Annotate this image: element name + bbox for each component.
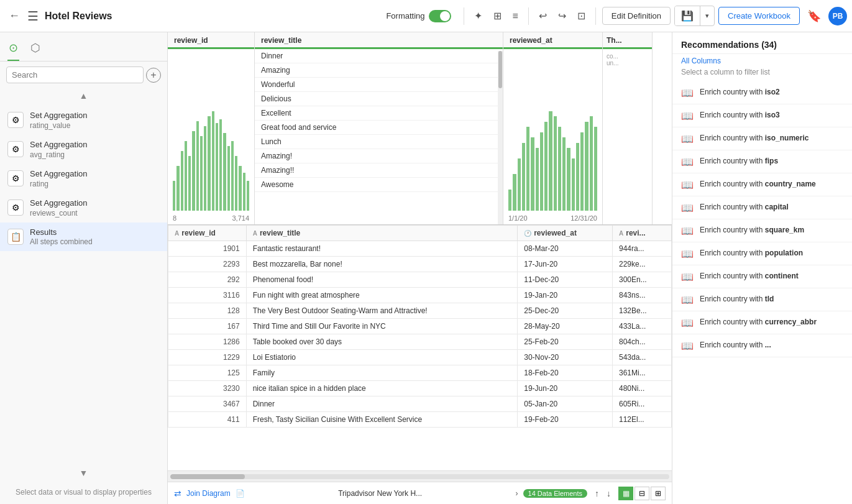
rec-item[interactable]: 📖 Enrich country with ... xyxy=(672,334,852,357)
rec-text: Enrich country with population xyxy=(700,247,803,259)
scroll-down-button[interactable]: ▼ xyxy=(80,468,88,478)
view-btn-2[interactable]: ⊟ xyxy=(634,487,649,500)
col-header-review-id: review_id 8 3,714 xyxy=(168,32,255,224)
table-row[interactable]: 128 The Very Best Outdoor Seating-Warm a… xyxy=(168,303,672,319)
cell-reviewed-at: 19-Feb-20 xyxy=(518,412,613,428)
search-input[interactable] xyxy=(6,66,144,83)
list-item[interactable]: Amazing xyxy=(255,63,503,78)
edit-definition-button[interactable]: Edit Definition xyxy=(602,7,671,25)
share-button[interactable]: ⊡ xyxy=(574,7,589,24)
join-diagram-label[interactable]: Join Diagram xyxy=(186,489,231,498)
th-reviewed-at[interactable]: 🕐reviewed_at xyxy=(518,226,613,241)
col-title-reviewed-at[interactable]: reviewed_at xyxy=(503,32,602,49)
footer-upload-button[interactable]: ↑ xyxy=(592,487,602,500)
rec-item[interactable]: 📖 Enrich country with capital xyxy=(672,196,852,219)
column-headers: review_id 8 3,714 review_title DinnerAma… xyxy=(168,32,672,225)
table-row[interactable]: 3467 Dinner 05-Jan-20 605Ri... xyxy=(168,396,672,412)
step-item-2[interactable]: ⚙ Set Aggregation rating xyxy=(0,164,167,193)
table-row[interactable]: 3116 Fun night with great atmosphere 19-… xyxy=(168,288,672,303)
list-item[interactable]: Amazing! xyxy=(255,149,503,163)
rec-text: Enrich country with square_km xyxy=(700,224,804,236)
rec-item[interactable]: 📖 Enrich country with population xyxy=(672,242,852,265)
list-item[interactable]: Excellent xyxy=(255,106,503,121)
step-icon-4: 📋 xyxy=(7,229,24,245)
rec-item[interactable]: 📖 Enrich country with square_km xyxy=(672,219,852,242)
rec-item[interactable]: 📖 Enrich country with currency_abbr xyxy=(672,311,852,334)
cell-extra: 480Ni... xyxy=(613,381,672,396)
rec-item[interactable]: 📖 Enrich country with country_name xyxy=(672,173,852,196)
all-columns-link[interactable]: All Columns xyxy=(672,54,852,68)
rec-item[interactable]: 📖 Enrich country with iso2 xyxy=(672,81,852,104)
grid-view-button[interactable]: ⊞ xyxy=(490,7,505,24)
save-dropdown-button[interactable]: ▾ xyxy=(700,8,714,24)
th-review-id[interactable]: Areview_id xyxy=(168,226,247,241)
list-item[interactable]: Delicious xyxy=(255,92,503,106)
tab-file-icon: 📄 xyxy=(236,489,245,498)
list-item[interactable]: Amazing!! xyxy=(255,163,503,178)
undo-button[interactable]: ↩ xyxy=(535,7,551,24)
table-row[interactable]: 1229 Loi Estiatorio 30-Nov-20 543da... xyxy=(168,350,672,365)
list-item[interactable]: Wonderful xyxy=(255,78,503,92)
step-item-1[interactable]: ⚙ Set Aggregation avg_rating xyxy=(0,135,167,164)
data-elements-badge[interactable]: 14 Data Elements xyxy=(523,489,587,498)
cell-review-id: 1286 xyxy=(168,334,247,350)
footer-download-button[interactable]: ↓ xyxy=(604,487,613,500)
list-item[interactable]: Dinner xyxy=(255,49,503,63)
cell-reviewed-at: 18-Feb-20 xyxy=(518,365,613,381)
list-item[interactable]: Awesome xyxy=(255,178,503,192)
col-title-partial[interactable]: Th... xyxy=(603,32,652,49)
cell-review-id: 2293 xyxy=(168,257,247,272)
save-button[interactable]: 💾 xyxy=(675,6,700,25)
view-btn-1[interactable]: ▦ xyxy=(618,487,633,500)
avatar[interactable]: PB xyxy=(828,7,847,25)
tab-arrow[interactable]: › xyxy=(516,489,518,498)
book-icon: 📖 xyxy=(681,248,694,260)
magic-tool-button[interactable]: ✦ xyxy=(470,7,486,24)
col-header-partial: Th... co...un... xyxy=(603,32,653,224)
sidebar-tab-visual[interactable]: ⬡ xyxy=(29,37,42,61)
join-diagram-icon: ⇄ xyxy=(174,488,181,498)
rec-text: Enrich country with country_name xyxy=(700,178,816,190)
formatting-toggle[interactable] xyxy=(429,10,451,22)
table-row[interactable]: 2293 Best mozzarella, Bar none! 17-Jun-2… xyxy=(168,257,672,272)
col-list-scrollbar-track[interactable] xyxy=(498,51,503,224)
table-row[interactable]: 1901 Fantastic restaurant! 08-Mar-20 944… xyxy=(168,241,672,257)
list-view-button[interactable]: ≡ xyxy=(509,8,522,24)
col-list-review-title[interactable]: DinnerAmazingWonderfulDeliciousExcellent… xyxy=(255,49,503,224)
create-workbook-button[interactable]: Create Workbook xyxy=(718,7,800,25)
step-item-3[interactable]: ⚙ Set Aggregation reviews_count xyxy=(0,193,167,222)
rec-item[interactable]: 📖 Enrich country with iso_numeric xyxy=(672,127,852,150)
table-row[interactable]: 3230 nice italian spice in a hidden plac… xyxy=(168,381,672,396)
step-item-0[interactable]: ⚙ Set Aggregation rating_value xyxy=(0,106,167,135)
step-item-4[interactable]: 📋 Results All steps combined xyxy=(0,222,167,252)
rec-item[interactable]: 📖 Enrich country with iso3 xyxy=(672,104,852,127)
cell-review-title: Phenomenal food! xyxy=(246,272,518,288)
list-item[interactable]: Great food and service xyxy=(255,121,503,135)
scroll-up-button[interactable]: ▲ xyxy=(80,91,88,101)
table-row[interactable]: 411 Fresh, Tasty Sicilian Cuisine With E… xyxy=(168,412,672,428)
data-grid[interactable]: Areview_id Areview_title 🕐reviewed_at Ar… xyxy=(168,225,672,470)
table-row[interactable]: 1286 Table booked over 30 days 25-Feb-20… xyxy=(168,334,672,350)
rec-item[interactable]: 📖 Enrich country with continent xyxy=(672,265,852,288)
th-partial[interactable]: Arevi... xyxy=(613,226,672,241)
horizontal-scroll-track[interactable] xyxy=(170,474,669,479)
tab-name[interactable]: Tripadvisor New York H... xyxy=(250,489,511,498)
bottom-scrollbar[interactable] xyxy=(168,470,672,482)
back-button[interactable]: ← xyxy=(5,7,24,25)
table-row[interactable]: 167 Third Time and Still Our Favorite in… xyxy=(168,319,672,334)
bookmark-button[interactable]: 🔖 xyxy=(804,7,825,25)
book-icon: 📖 xyxy=(681,87,694,99)
rec-item[interactable]: 📖 Enrich country with fips xyxy=(672,150,852,173)
col-title-review-id[interactable]: review_id xyxy=(168,32,254,49)
table-row[interactable]: 125 Family 18-Feb-20 361Mi... xyxy=(168,365,672,381)
table-row[interactable]: 292 Phenomenal food! 11-Dec-20 300En... xyxy=(168,272,672,288)
list-item[interactable]: Lunch xyxy=(255,135,503,149)
add-step-button[interactable]: + xyxy=(146,68,161,83)
redo-button[interactable]: ↪ xyxy=(554,7,570,24)
col-title-review-title[interactable]: review_title xyxy=(255,32,503,49)
sidebar-tab-steps[interactable]: ⊙ xyxy=(7,37,19,61)
view-btn-3[interactable]: ⊞ xyxy=(651,487,666,500)
th-review-title[interactable]: Areview_title xyxy=(246,226,518,241)
cell-review-id: 1229 xyxy=(168,350,247,365)
rec-item[interactable]: 📖 Enrich country with tld xyxy=(672,288,852,311)
